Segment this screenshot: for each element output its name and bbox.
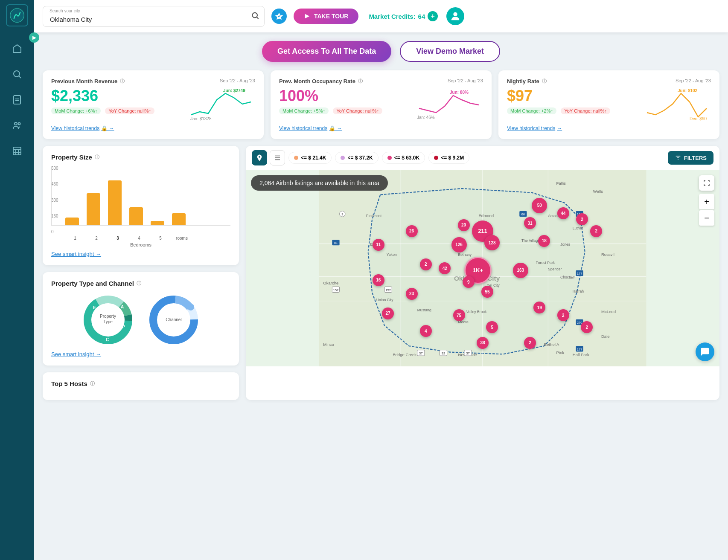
svg-point-1: [14, 71, 20, 77]
map-cluster[interactable]: 55: [481, 286, 493, 298]
map-cluster[interactable]: 26: [406, 225, 418, 237]
bar-5: [151, 221, 164, 225]
donut-row: Property Type E A P C: [51, 292, 230, 348]
map-cluster[interactable]: 44: [557, 207, 569, 219]
see-smart-insight-1[interactable]: See smart insight →: [51, 251, 101, 257]
svg-rect-7: [13, 147, 21, 155]
map-cluster[interactable]: 163: [513, 263, 528, 278]
get-access-button[interactable]: Get Access To All The Data: [262, 41, 391, 62]
map-pin-view-button[interactable]: [252, 150, 267, 165]
bar-4: [129, 207, 143, 225]
occupancy-yoy: YoY Change: null%↑: [333, 107, 382, 114]
map-cluster[interactable]: 31: [524, 217, 536, 229]
map-cluster[interactable]: 2: [576, 213, 588, 225]
map-cluster[interactable]: 126: [451, 237, 467, 252]
price-filter-4[interactable]: <= $ 9.2M: [428, 152, 469, 164]
svg-point-5: [15, 122, 17, 125]
map-area[interactable]: Fallis Wells Okarche Rossvil McLeod Dale…: [246, 170, 719, 366]
sidebar-item-home[interactable]: [7, 38, 27, 59]
map-cluster[interactable]: 11: [373, 239, 384, 251]
svg-text:Dec: $90: Dec: $90: [690, 116, 707, 121]
chat-button[interactable]: [696, 342, 714, 361]
avatar[interactable]: [446, 7, 464, 25]
nightly-info-icon[interactable]: ⓘ: [542, 78, 547, 84]
revenue-view-trends[interactable]: View historical trends 🔒 →: [51, 125, 255, 131]
view-demo-button[interactable]: View Demo Market: [400, 41, 500, 62]
occupancy-view-trends[interactable]: View historical trends 🔒 →: [279, 125, 483, 131]
map-cluster[interactable]: 23: [406, 288, 418, 300]
price-filter-3[interactable]: <= $ 63.0K: [382, 152, 425, 164]
map-cluster[interactable]: 5: [486, 321, 498, 333]
top-hosts-card: Top 5 Hosts ⓘ: [43, 372, 239, 400]
property-size-title: Property Size ⓘ: [51, 154, 230, 161]
svg-point-6: [18, 123, 20, 125]
svg-text:Jun: 80%: Jun: 80%: [450, 90, 469, 95]
map-cluster[interactable]: 128: [484, 235, 500, 250]
property-size-info-icon[interactable]: ⓘ: [95, 154, 99, 160]
map-cluster[interactable]: 75: [453, 309, 465, 321]
filter-dot-1: [294, 156, 298, 160]
search-button[interactable]: [251, 12, 259, 21]
map-cluster[interactable]: 2: [590, 225, 602, 237]
map-cluster[interactable]: 2: [524, 337, 536, 349]
price-filter-1[interactable]: <= $ 21.4K: [288, 152, 332, 164]
map-cluster[interactable]: 2: [420, 258, 432, 270]
revenue-yoy: YoY Change: null%↑: [105, 107, 154, 114]
map-cluster[interactable]: 19: [533, 302, 545, 313]
revenue-value: $2,336: [51, 87, 154, 105]
svg-point-13: [454, 12, 457, 16]
map-cluster[interactable]: 2: [557, 309, 569, 321]
property-type-info-icon[interactable]: ⓘ: [137, 280, 141, 287]
bottom-row: Property Size ⓘ 6004503001500: [43, 146, 719, 400]
map-list-view-button[interactable]: [270, 150, 285, 165]
occupancy-title: Prev. Month Occupancy Rate ⓘ: [279, 78, 363, 84]
map-cluster[interactable]: 4: [420, 325, 432, 337]
sidebar-item-users[interactable]: [7, 115, 27, 136]
verified-badge: [271, 9, 287, 24]
property-size-chart: 6004503001500 1 2: [51, 166, 230, 247]
map-cluster[interactable]: 38: [477, 337, 489, 349]
channel-slice: [187, 304, 194, 310]
map-listings-badge: 2,064 Airbnb listings are available in t…: [251, 175, 388, 191]
map-cluster[interactable]: 27: [382, 308, 394, 319]
map-cluster[interactable]: 42: [439, 262, 451, 274]
map-cluster[interactable]: 2: [581, 321, 593, 333]
price-filter-2[interactable]: <= $ 37.2K: [335, 152, 378, 164]
revenue-card: Previous Month Revenue ⓘ Sep '22 - Aug '…: [43, 70, 264, 139]
take-tour-button[interactable]: TAKE TOUR: [294, 9, 358, 24]
map-view-buttons: [252, 150, 285, 165]
sidebar-item-document[interactable]: [7, 90, 27, 110]
nightly-view-trends[interactable]: View historical trends →: [507, 125, 711, 131]
occupancy-info-icon[interactable]: ⓘ: [358, 78, 363, 84]
map-cluster[interactable]: 18: [538, 235, 550, 247]
map-cluster[interactable]: 50: [532, 198, 547, 213]
sidebar-item-table[interactable]: [7, 141, 27, 161]
property-type-donut: Property Type E A P C: [80, 292, 136, 348]
filter-dot-3: [387, 156, 392, 160]
see-smart-insight-2[interactable]: See smart insight →: [51, 351, 101, 357]
map-cluster[interactable]: 9: [463, 276, 475, 288]
add-credits-button[interactable]: +: [428, 11, 438, 21]
filters-button[interactable]: FILTERS: [668, 151, 713, 165]
filter-dot-2: [341, 156, 345, 160]
map-cluster[interactable]: 20: [458, 219, 470, 231]
sidebar-toggle[interactable]: ▶: [29, 32, 39, 43]
map-expand-button[interactable]: [699, 175, 714, 191]
property-type-title: Property Type and Channel ⓘ: [51, 280, 230, 287]
bar-labels: 1 2 3 4 5 rooms: [51, 236, 230, 241]
nightly-value: $97: [507, 87, 610, 105]
sidebar-item-search[interactable]: [7, 64, 27, 84]
bar-3: [108, 180, 122, 225]
zoom-out-button[interactable]: −: [699, 210, 714, 226]
left-panel: Property Size ⓘ 6004503001500: [43, 146, 239, 400]
search-box: Search your city: [43, 6, 265, 27]
revenue-info-icon[interactable]: ⓘ: [120, 78, 125, 84]
zoom-in-button[interactable]: +: [699, 194, 714, 209]
nightly-sparkline: Jun: $102 Dec: $90: [643, 87, 711, 121]
svg-text:Jun: $102: Jun: $102: [678, 88, 698, 93]
svg-point-12: [252, 13, 257, 18]
main-content: Get Access To All The Data View Demo Mar…: [34, 32, 728, 560]
map-cluster[interactable]: 16: [373, 274, 384, 286]
logo[interactable]: [6, 4, 28, 26]
top-hosts-info-icon[interactable]: ⓘ: [90, 380, 95, 387]
